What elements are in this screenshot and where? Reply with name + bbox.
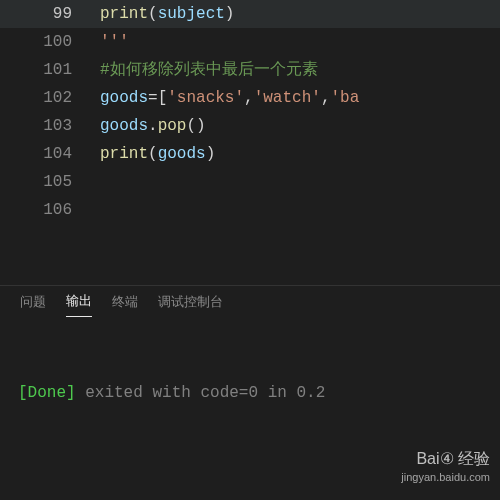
code-content: #如何移除列表中最后一个元素 bbox=[100, 56, 500, 84]
watermark-url: jingyan.baidu.com bbox=[401, 468, 490, 486]
tab-debug-console[interactable]: 调试控制台 bbox=[158, 287, 223, 317]
line-number: 99 bbox=[0, 0, 100, 28]
code-line[interactable]: 102goods=['snacks','watch','ba bbox=[0, 84, 500, 112]
code-content: ''' bbox=[100, 28, 500, 56]
watermark-brand: Bai④ 经验 bbox=[401, 450, 490, 468]
code-line[interactable]: 101#如何移除列表中最后一个元素 bbox=[0, 56, 500, 84]
code-line[interactable]: 106 bbox=[0, 196, 500, 224]
tab-problems[interactable]: 问题 bbox=[20, 287, 46, 317]
code-line[interactable]: 103goods.pop() bbox=[0, 112, 500, 140]
line-number: 105 bbox=[0, 168, 100, 196]
line-number: 104 bbox=[0, 140, 100, 168]
code-content: print(goods) bbox=[100, 140, 500, 168]
code-line[interactable]: 100''' bbox=[0, 28, 500, 56]
panel-tabs: 问题 输出 终端 调试控制台 bbox=[0, 285, 500, 317]
code-content bbox=[100, 196, 500, 224]
output-line: [Done] exited with code=0 in 0.2 bbox=[18, 379, 482, 407]
code-content bbox=[100, 168, 500, 196]
code-content: print(subject) bbox=[100, 0, 500, 28]
watermark: Bai④ 经验 jingyan.baidu.com bbox=[401, 450, 490, 486]
line-number: 102 bbox=[0, 84, 100, 112]
line-number: 106 bbox=[0, 196, 100, 224]
code-content: goods=['snacks','watch','ba bbox=[100, 84, 500, 112]
code-line[interactable]: 99print(subject) bbox=[0, 0, 500, 28]
code-editor[interactable]: 99print(subject)100'''101#如何移除列表中最后一个元素1… bbox=[0, 0, 500, 285]
code-line[interactable]: 104print(goods) bbox=[0, 140, 500, 168]
code-line[interactable]: 105 bbox=[0, 168, 500, 196]
line-number: 100 bbox=[0, 28, 100, 56]
line-number: 101 bbox=[0, 56, 100, 84]
tab-terminal[interactable]: 终端 bbox=[112, 287, 138, 317]
code-content: goods.pop() bbox=[100, 112, 500, 140]
tab-output[interactable]: 输出 bbox=[66, 286, 92, 317]
line-number: 103 bbox=[0, 112, 100, 140]
